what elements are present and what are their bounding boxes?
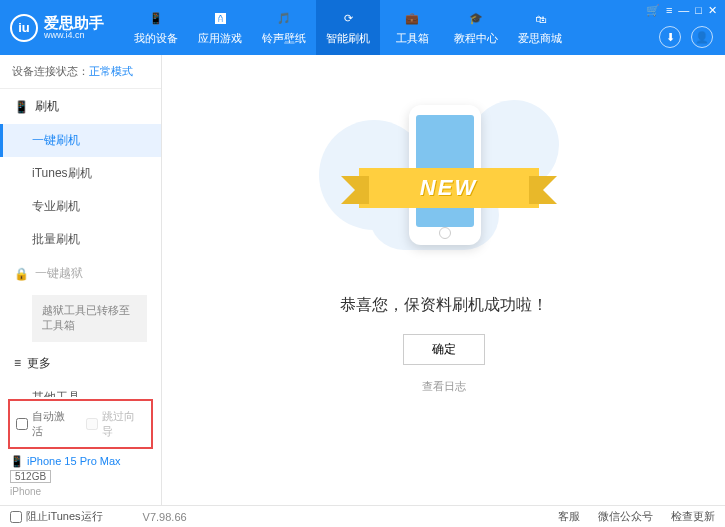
device-name: iPhone 15 Pro Max: [27, 455, 121, 467]
nav-icon: 💼: [403, 10, 421, 28]
section-more[interactable]: ≡更多: [0, 346, 161, 381]
app-url: www.i4.cn: [44, 30, 104, 40]
download-button[interactable]: ⬇: [659, 26, 681, 48]
ok-button[interactable]: 确定: [403, 334, 485, 365]
maximize-icon[interactable]: □: [695, 4, 702, 17]
close-icon[interactable]: ✕: [708, 4, 717, 17]
main-content: NEW 恭喜您，保资料刷机成功啦！ 确定 查看日志: [162, 55, 725, 505]
section-flash[interactable]: 📱刷机: [0, 89, 161, 124]
block-itunes-checkbox[interactable]: 阻止iTunes运行: [10, 509, 103, 524]
footer-update[interactable]: 检查更新: [671, 509, 715, 524]
nav-icon: 📱: [147, 10, 165, 28]
device-info: 📱 iPhone 15 Pro Max 512GB iPhone: [0, 449, 161, 505]
phone-icon: 📱: [14, 100, 29, 114]
window-controls: 🛒 ≡ — □ ✕: [646, 4, 717, 17]
app-logo: iu 爱思助手 www.i4.cn: [10, 14, 104, 42]
skip-guide-checkbox[interactable]: 跳过向导: [86, 409, 146, 439]
nav-icon: 🅰: [211, 10, 229, 28]
nav-item-2[interactable]: 🎵铃声壁纸: [252, 0, 316, 55]
nav-item-3[interactable]: ⟳智能刷机: [316, 0, 380, 55]
sidebar-item[interactable]: 专业刷机: [0, 190, 161, 223]
app-name: 爱思助手: [44, 15, 104, 30]
nav-icon: ⟳: [339, 10, 357, 28]
device-storage: 512GB: [10, 470, 51, 483]
auto-activate-checkbox[interactable]: 自动激活: [16, 409, 76, 439]
sidebar-item[interactable]: 一键刷机: [0, 124, 161, 157]
section-jailbreak: 🔒一键越狱: [0, 256, 161, 291]
lock-icon: 🔒: [14, 267, 29, 281]
user-button[interactable]: 👤: [691, 26, 713, 48]
version-label: V7.98.66: [143, 511, 187, 523]
nav-item-1[interactable]: 🅰应用游戏: [188, 0, 252, 55]
conn-label: 设备连接状态：: [12, 65, 89, 77]
device-icon: 📱: [10, 455, 24, 467]
new-ribbon: NEW: [359, 168, 539, 208]
list-icon: ≡: [14, 356, 21, 370]
success-illustration: NEW: [329, 90, 559, 270]
nav-icon: 🎵: [275, 10, 293, 28]
top-nav: 📱我的设备🅰应用游戏🎵铃声壁纸⟳智能刷机💼工具箱🎓教程中心🛍爱思商城: [124, 0, 572, 55]
view-log-link[interactable]: 查看日志: [422, 379, 466, 394]
jailbreak-note: 越狱工具已转移至工具箱: [32, 295, 147, 342]
minimize-icon[interactable]: —: [678, 4, 689, 17]
success-message: 恭喜您，保资料刷机成功啦！: [340, 295, 548, 316]
sidebar-item[interactable]: 批量刷机: [0, 223, 161, 256]
connection-status: 设备连接状态：正常模式: [0, 55, 161, 89]
nav-item-6[interactable]: 🛍爱思商城: [508, 0, 572, 55]
conn-mode: 正常模式: [89, 65, 133, 77]
nav-icon: 🛍: [531, 10, 549, 28]
sidebar-item[interactable]: 其他工具: [0, 381, 161, 397]
menu-icon[interactable]: ≡: [666, 4, 672, 17]
footer-bar: 阻止iTunes运行 V7.98.66 客服 微信公众号 检查更新: [0, 505, 725, 527]
options-box: 自动激活 跳过向导: [8, 399, 153, 449]
nav-item-4[interactable]: 💼工具箱: [380, 0, 444, 55]
header-right: ⬇ 👤: [659, 26, 713, 48]
nav-icon: 🎓: [467, 10, 485, 28]
sidebar: 设备连接状态：正常模式 📱刷机 一键刷机iTunes刷机专业刷机批量刷机 🔒一键…: [0, 55, 162, 505]
device-type: iPhone: [10, 486, 151, 497]
app-header: iu 爱思助手 www.i4.cn 📱我的设备🅰应用游戏🎵铃声壁纸⟳智能刷机💼工…: [0, 0, 725, 55]
sidebar-item[interactable]: iTunes刷机: [0, 157, 161, 190]
footer-support[interactable]: 客服: [558, 509, 580, 524]
footer-wechat[interactable]: 微信公众号: [598, 509, 653, 524]
logo-icon: iu: [10, 14, 38, 42]
nav-item-0[interactable]: 📱我的设备: [124, 0, 188, 55]
cart-icon[interactable]: 🛒: [646, 4, 660, 17]
nav-item-5[interactable]: 🎓教程中心: [444, 0, 508, 55]
